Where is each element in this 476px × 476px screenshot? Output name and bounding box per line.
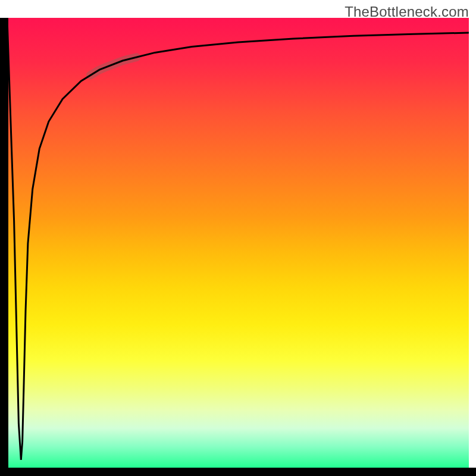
chart-container: TheBottleneck.com bbox=[0, 0, 476, 476]
x-axis bbox=[0, 468, 476, 476]
watermark-text: TheBottleneck.com bbox=[345, 4, 469, 20]
y-axis bbox=[0, 18, 8, 469]
curve-svg bbox=[7, 18, 469, 469]
highlight-segment bbox=[90, 57, 137, 75]
main-curve bbox=[7, 18, 469, 460]
